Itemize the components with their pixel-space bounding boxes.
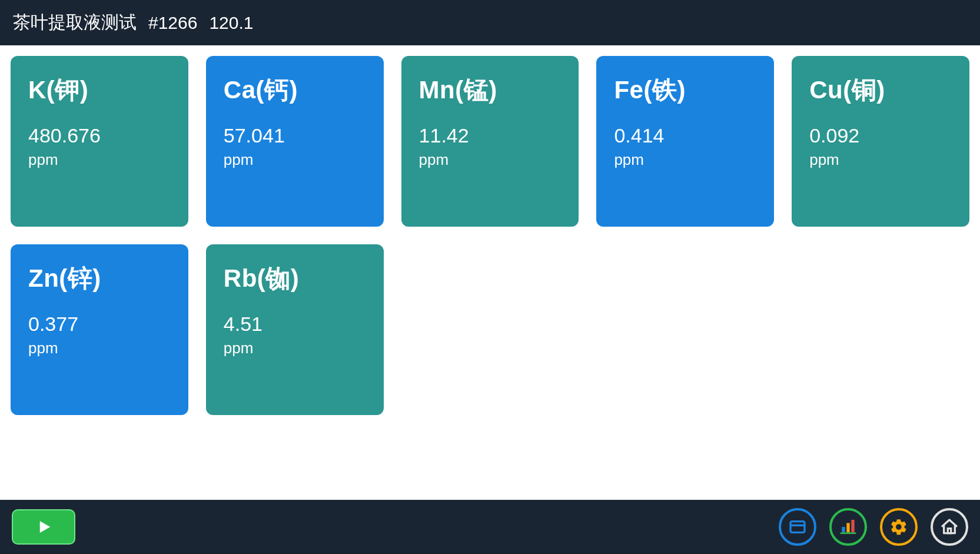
element-value: 11.42 bbox=[419, 124, 562, 147]
footer-bar bbox=[0, 500, 980, 554]
header-value: 120.1 bbox=[209, 13, 253, 33]
sample-id: #1266 bbox=[148, 13, 197, 33]
element-label: Mn(锰) bbox=[419, 74, 562, 107]
svg-rect-2 bbox=[842, 527, 845, 532]
element-value: 480.676 bbox=[28, 124, 171, 147]
element-label: Ca(钙) bbox=[224, 74, 366, 107]
test-title: 茶叶提取液测试 bbox=[13, 11, 137, 35]
element-value: 4.51 bbox=[224, 313, 366, 336]
element-label: Cu(铜) bbox=[809, 74, 952, 107]
element-tile[interactable]: K(钾)480.676ppm bbox=[11, 56, 188, 227]
element-tile[interactable]: Mn(锰)11.42ppm bbox=[401, 56, 579, 227]
element-value: 0.377 bbox=[28, 313, 171, 336]
element-unit: ppm bbox=[28, 339, 171, 357]
footer-actions bbox=[779, 508, 968, 546]
element-tile[interactable]: Ca(钙)57.041ppm bbox=[206, 56, 384, 227]
gear-icon bbox=[889, 517, 908, 536]
card-icon bbox=[788, 517, 807, 536]
header-bar: 茶叶提取液测试 #1266 120.1 bbox=[0, 0, 980, 45]
svg-rect-0 bbox=[790, 522, 805, 533]
element-unit: ppm bbox=[224, 151, 366, 169]
element-unit: ppm bbox=[614, 151, 756, 169]
home-icon bbox=[940, 517, 959, 536]
tile-grid: K(钾)480.676ppmCa(钙)57.041ppmMn(锰)11.42pp… bbox=[0, 45, 980, 500]
card-view-button[interactable] bbox=[779, 508, 816, 546]
svg-rect-6 bbox=[948, 529, 951, 533]
play-icon bbox=[35, 518, 52, 536]
element-tile[interactable]: Rb(铷)4.51ppm bbox=[206, 244, 384, 415]
element-tile[interactable]: Fe(铁)0.414ppm bbox=[596, 56, 774, 227]
element-unit: ppm bbox=[224, 339, 366, 357]
chart-view-button[interactable] bbox=[829, 508, 867, 546]
svg-rect-3 bbox=[846, 523, 849, 532]
element-unit: ppm bbox=[809, 151, 952, 169]
element-tile[interactable]: Cu(铜)0.092ppm bbox=[792, 56, 969, 227]
play-button[interactable] bbox=[12, 509, 75, 545]
element-value: 57.041 bbox=[224, 124, 366, 147]
element-unit: ppm bbox=[28, 151, 171, 169]
bar-chart-icon bbox=[839, 517, 858, 536]
element-label: Rb(铷) bbox=[224, 262, 366, 295]
element-value: 0.092 bbox=[809, 124, 952, 147]
element-label: K(钾) bbox=[28, 74, 171, 107]
element-value: 0.414 bbox=[614, 124, 756, 147]
element-unit: ppm bbox=[419, 151, 562, 169]
settings-button[interactable] bbox=[880, 508, 918, 546]
svg-rect-4 bbox=[851, 520, 854, 532]
element-label: Zn(锌) bbox=[28, 262, 171, 295]
element-tile[interactable]: Zn(锌)0.377ppm bbox=[11, 244, 188, 415]
home-button[interactable] bbox=[931, 508, 968, 546]
element-label: Fe(铁) bbox=[614, 74, 756, 107]
